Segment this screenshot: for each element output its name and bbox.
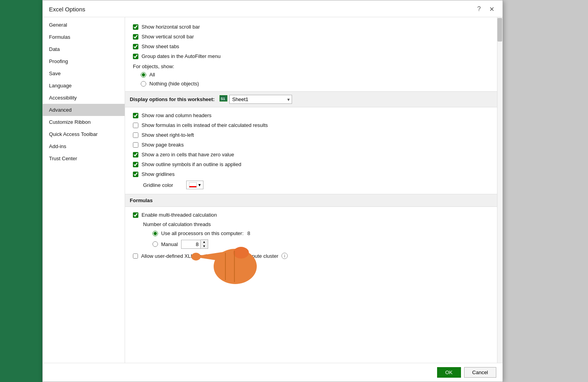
show-gridlines-label: Show gridlines [142, 171, 175, 177]
show-page-breaks-checkbox[interactable] [133, 142, 138, 148]
allow-xll-checkbox[interactable] [133, 253, 138, 259]
group-dates-checkbox[interactable] [133, 54, 138, 59]
close-button[interactable]: ✕ [487, 4, 496, 14]
show-sheet-rtl-row: Show sheet right-to-left [133, 130, 495, 140]
sheet-select-container: S1 Sheet1 Sheet2 Sheet3 [220, 95, 292, 104]
excel-options-dialog: Excel Options ? ✕ General Formulas Data … [42, 0, 503, 382]
main-content: Show horizontal scroll bar Show vertical… [125, 17, 503, 363]
ok-button[interactable]: OK [437, 367, 461, 378]
enable-multi-threaded-checkbox[interactable] [133, 212, 138, 218]
gridline-color-picker[interactable]: ▾ [186, 181, 203, 189]
show-horizontal-scroll-checkbox[interactable] [133, 24, 138, 30]
dialog-body: General Formulas Data Proofing Save Lang… [43, 17, 503, 363]
show-gridlines-checkbox[interactable] [133, 172, 138, 177]
sidebar-item-save[interactable]: Save [43, 67, 125, 80]
sidebar-item-advanced[interactable]: Advanced [43, 104, 125, 116]
show-formulas-label: Show formulas in cells instead of their … [142, 122, 268, 128]
sheet-icon: S1 [220, 95, 227, 101]
dialog-title-icons: ? ✕ [474, 4, 496, 14]
color-swatch [189, 182, 197, 188]
sidebar-item-language[interactable]: Language [43, 80, 125, 92]
sidebar-item-add-ins[interactable]: Add-ins [43, 140, 125, 152]
show-vertical-scroll-checkbox[interactable] [133, 34, 138, 40]
info-icon: i [281, 253, 288, 259]
manual-threads-row: Manual ▲ ▼ [133, 238, 495, 250]
sidebar-item-general[interactable]: General [43, 19, 125, 31]
number-of-threads-label: Number of calculation threads [143, 221, 211, 227]
show-outline-row: Show outline symbols if an outline is ap… [133, 159, 495, 169]
show-zero-label: Show a zero in cells that have zero valu… [142, 152, 234, 158]
radio-all[interactable] [141, 72, 146, 78]
number-of-threads-row: Number of calculation threads [133, 220, 495, 229]
use-all-processors-label: Use all processors on this computer: 8 [161, 230, 250, 236]
allow-xll-label: Allow user-defined XLL functions to run … [141, 253, 278, 259]
scrollbar-thumb[interactable] [497, 18, 502, 42]
sidebar-item-customize-ribbon[interactable]: Customize Ribbon [43, 116, 125, 128]
sidebar-item-data[interactable]: Data [43, 43, 125, 55]
spin-buttons: ▲ ▼ [201, 239, 208, 249]
sidebar-item-formulas[interactable]: Formulas [43, 31, 125, 43]
show-vertical-scroll-label: Show vertical scroll bar [142, 34, 194, 40]
show-formulas-checkbox[interactable] [133, 123, 138, 128]
manual-threads-label: Manual [161, 241, 178, 247]
show-zero-checkbox[interactable] [133, 152, 138, 158]
gridline-color-row: Gridline color ▾ [133, 179, 495, 191]
radio-nothing-label: Nothing (hide objects) [149, 81, 199, 87]
radio-manual-threads[interactable] [152, 241, 158, 247]
show-sheet-tabs-checkbox[interactable] [133, 44, 138, 49]
processor-count: 8 [247, 230, 250, 236]
manual-thread-count: ▲ ▼ [181, 239, 208, 249]
enable-multi-threaded-label: Enable multi-threaded calculation [142, 212, 217, 218]
group-dates-label: Group dates in the AutoFilter menu [142, 53, 221, 59]
spin-down-button[interactable]: ▼ [201, 244, 208, 248]
radio-all-label: All [149, 72, 155, 78]
for-objects-label: For objects, show: [133, 61, 495, 70]
show-outline-label: Show outline symbols if an outline is ap… [142, 161, 241, 167]
radio-nothing[interactable] [141, 81, 146, 87]
show-sheet-rtl-label: Show sheet right-to-left [142, 132, 194, 138]
show-row-col-headers-label: Show row and column headers [142, 112, 212, 118]
show-outline-checkbox[interactable] [133, 162, 138, 167]
spin-up-button[interactable]: ▲ [201, 240, 208, 244]
cancel-button[interactable]: Cancel [464, 367, 496, 378]
allow-xll-row: Allow user-defined XLL functions to run … [133, 250, 495, 261]
show-gridlines-row: Show gridlines [133, 169, 495, 179]
gridline-color-label: Gridline color [143, 182, 182, 188]
sheet-select[interactable]: Sheet1 Sheet2 Sheet3 [229, 95, 292, 104]
sidebar: General Formulas Data Proofing Save Lang… [43, 17, 125, 363]
content-inner: Show horizontal scroll bar Show vertical… [125, 17, 503, 266]
use-all-processors-row: Use all processors on this computer: 8 [133, 229, 495, 238]
enable-multi-threaded-row: Enable multi-threaded calculation [133, 210, 495, 220]
scrollbar-track[interactable] [497, 17, 503, 363]
show-sheet-rtl-checkbox[interactable] [133, 132, 138, 138]
show-formulas-row: Show formulas in cells instead of their … [133, 120, 495, 130]
manual-thread-input[interactable] [181, 240, 201, 249]
show-row-col-headers-row: Show row and column headers [133, 110, 495, 120]
show-zero-row: Show a zero in cells that have zero valu… [133, 150, 495, 159]
help-button[interactable]: ? [474, 4, 484, 14]
color-dropdown-arrow: ▾ [198, 182, 201, 188]
formulas-section-header: Formulas [125, 194, 503, 207]
worksheet-section-header: Display options for this worksheet: S1 S… [125, 91, 503, 107]
sidebar-item-accessibility[interactable]: Accessibility [43, 92, 125, 104]
radio-nothing-row: Nothing (hide objects) [133, 79, 495, 88]
show-sheet-tabs-row: Show sheet tabs [133, 42, 495, 51]
show-horizontal-scroll-label: Show horizontal scroll bar [142, 24, 200, 30]
show-page-breaks-row: Show page breaks [133, 140, 495, 150]
radio-use-all-processors[interactable] [152, 231, 158, 236]
radio-all-row: All [133, 70, 495, 79]
sidebar-item-quick-access-toolbar[interactable]: Quick Access Toolbar [43, 128, 125, 140]
sidebar-item-proofing[interactable]: Proofing [43, 55, 125, 67]
excel-left-strip [0, 0, 42, 382]
dialog-footer: OK Cancel [43, 363, 503, 382]
svg-text:S1: S1 [221, 97, 225, 101]
show-page-breaks-label: Show page breaks [142, 142, 184, 148]
show-vertical-scroll-row: Show vertical scroll bar [133, 32, 495, 42]
show-row-col-headers-checkbox[interactable] [133, 113, 138, 118]
show-horizontal-scroll-row: Show horizontal scroll bar [133, 22, 495, 32]
worksheet-header-label: Display options for this worksheet: [130, 96, 215, 102]
sidebar-item-trust-center[interactable]: Trust Center [43, 152, 125, 165]
group-dates-row: Group dates in the AutoFilter menu [133, 51, 495, 61]
dialog-titlebar: Excel Options ? ✕ [43, 0, 503, 17]
show-sheet-tabs-label: Show sheet tabs [142, 43, 179, 49]
